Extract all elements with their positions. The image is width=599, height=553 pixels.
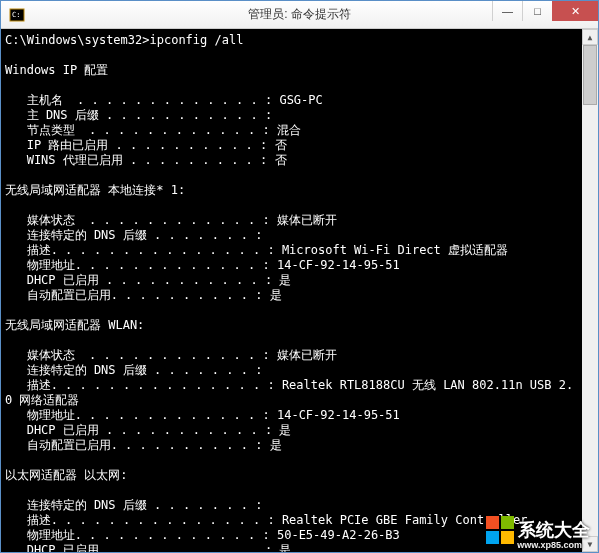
adapter-title: 以太网适配器 以太网:	[5, 468, 127, 482]
scroll-up-arrow[interactable]: ▲	[582, 29, 598, 45]
close-button[interactable]: ✕	[552, 1, 598, 21]
prompt: C:\Windows\system32>	[5, 33, 150, 47]
host-line: 主 DNS 后缀 . . . . . . . . . . . :	[5, 108, 279, 122]
adapter-line: 自动配置已启用. . . . . . . . . . : 是	[5, 288, 282, 302]
adapter-line: 自动配置已启用. . . . . . . . . . : 是	[5, 438, 282, 452]
scrollbar[interactable]: ▲ ▼	[582, 29, 598, 552]
adapter-line: 描述. . . . . . . . . . . . . . . : Realte…	[5, 513, 528, 527]
watermark: 系统大全 www.xp85.com	[486, 516, 590, 544]
command-prompt-window: C: 管理员: 命令提示符 — □ ✕ C:\Windows\system32>…	[0, 0, 599, 553]
watermark-text: 系统大全	[518, 518, 590, 542]
command: ipconfig /all	[150, 33, 244, 47]
maximize-button[interactable]: □	[522, 1, 552, 21]
adapter-line: 0 网络适配器	[5, 393, 79, 407]
window-controls: — □ ✕	[492, 1, 598, 21]
section-header: Windows IP 配置	[5, 63, 108, 77]
adapter-line: DHCP 已启用 . . . . . . . . . . . : 是	[5, 273, 291, 287]
watermark-url: www.xp85.com	[517, 540, 582, 550]
adapter-line: 媒体状态 . . . . . . . . . . . . : 媒体已断开	[5, 213, 337, 227]
svg-text:C:: C:	[12, 11, 20, 19]
adapter-title: 无线局域网适配器 WLAN:	[5, 318, 144, 332]
windows-logo-icon	[486, 516, 514, 544]
adapter-line: DHCP 已启用 . . . . . . . . . . . : 是	[5, 543, 291, 552]
adapter-line: 连接特定的 DNS 后缀 . . . . . . . :	[5, 498, 270, 512]
adapter-line: DHCP 已启用 . . . . . . . . . . . : 是	[5, 423, 291, 437]
host-line: WINS 代理已启用 . . . . . . . . . : 否	[5, 153, 287, 167]
adapter-line: 物理地址. . . . . . . . . . . . . : 14-CF-92…	[5, 408, 400, 422]
adapter-line: 媒体状态 . . . . . . . . . . . . : 媒体已断开	[5, 348, 337, 362]
host-line: 节点类型 . . . . . . . . . . . . : 混合	[5, 123, 301, 137]
terminal-output[interactable]: C:\Windows\system32>ipconfig /all Window…	[1, 29, 598, 552]
adapter-line: 描述. . . . . . . . . . . . . . . : Realte…	[5, 378, 573, 392]
adapter-line: 物理地址. . . . . . . . . . . . . : 50-E5-49…	[5, 528, 400, 542]
scroll-thumb[interactable]	[583, 45, 597, 105]
adapter-line: 连接特定的 DNS 后缀 . . . . . . . :	[5, 363, 270, 377]
adapter-line: 物理地址. . . . . . . . . . . . . : 14-CF-92…	[5, 258, 400, 272]
app-icon: C:	[7, 5, 27, 25]
window-title: 管理员: 命令提示符	[248, 6, 351, 23]
minimize-button[interactable]: —	[492, 1, 522, 21]
adapter-line: 描述. . . . . . . . . . . . . . . : Micros…	[5, 243, 508, 257]
adapter-line: 连接特定的 DNS 后缀 . . . . . . . :	[5, 228, 270, 242]
host-line: 主机名 . . . . . . . . . . . . . : GSG-PC	[5, 93, 323, 107]
host-line: IP 路由已启用 . . . . . . . . . . : 否	[5, 138, 287, 152]
titlebar[interactable]: C: 管理员: 命令提示符 — □ ✕	[1, 1, 598, 29]
adapter-title: 无线局域网适配器 本地连接* 1:	[5, 183, 185, 197]
